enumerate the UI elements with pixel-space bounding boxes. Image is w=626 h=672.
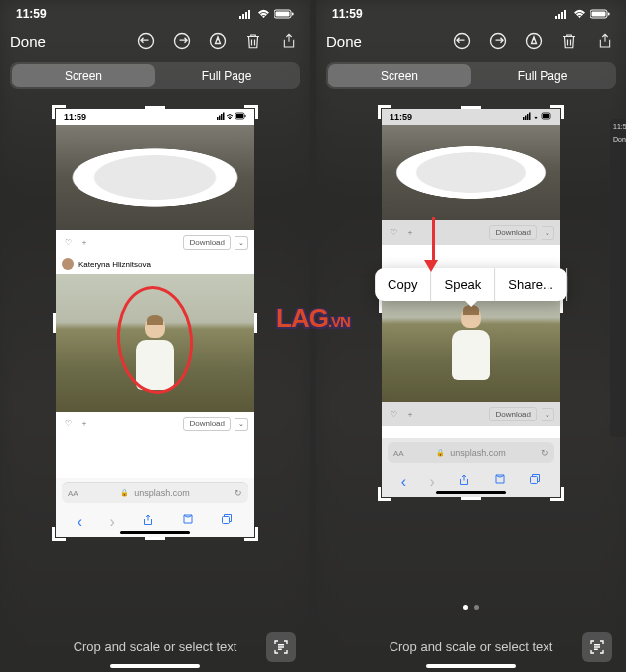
url-bar[interactable]: AA 🔒 unsplash.com ↻ xyxy=(62,482,248,503)
crop-handle-right[interactable] xyxy=(254,313,257,333)
context-share[interactable]: Share... xyxy=(495,268,567,301)
editor-toolbar: Done xyxy=(0,24,310,58)
aa-button[interactable]: AA xyxy=(68,489,78,498)
peek-time: 11:59 xyxy=(610,119,626,134)
done-button[interactable]: Done xyxy=(326,33,362,50)
red-circle-markup xyxy=(112,283,197,397)
heart-icon[interactable]: ♡ xyxy=(388,227,399,239)
tab-full-page[interactable]: Full Page xyxy=(471,64,614,87)
back-icon[interactable]: ‹ xyxy=(401,473,406,491)
watermark-brand: LAG xyxy=(276,303,328,333)
svg-rect-6 xyxy=(292,13,294,16)
download-button[interactable]: Download xyxy=(183,417,231,431)
crop-handle-bottom[interactable] xyxy=(461,497,481,500)
watermark-suffix: .VN xyxy=(328,313,350,330)
svg-rect-0 xyxy=(239,16,241,19)
tabs-icon[interactable] xyxy=(221,513,233,531)
heart-icon[interactable]: ♡ xyxy=(388,409,399,420)
reload-icon[interactable]: ↻ xyxy=(541,448,548,458)
home-indicator xyxy=(110,664,200,668)
plus-icon[interactable]: ＋ xyxy=(78,237,90,249)
svg-rect-30 xyxy=(527,114,529,120)
status-time: 11:59 xyxy=(16,7,47,21)
boy-figure xyxy=(448,306,494,384)
forward-icon[interactable]: › xyxy=(110,513,115,531)
segmented-control: Screen Full Page xyxy=(10,62,300,89)
done-button[interactable]: Done xyxy=(10,33,46,50)
trash-icon[interactable] xyxy=(558,30,580,52)
text-scan-button[interactable] xyxy=(266,632,296,662)
text-scan-button[interactable] xyxy=(582,632,612,662)
chevron-down-icon[interactable]: ⌄ xyxy=(235,418,248,431)
tabs-icon[interactable] xyxy=(529,473,541,491)
svg-point-25 xyxy=(455,34,470,49)
editor-toolbar: Done xyxy=(316,24,626,58)
plus-icon[interactable]: ＋ xyxy=(404,227,416,239)
share-icon[interactable] xyxy=(458,473,470,491)
svg-rect-19 xyxy=(558,14,560,19)
dot-inactive xyxy=(474,605,479,610)
hint-text: Crop and scale or select text xyxy=(390,639,553,654)
trash-icon[interactable] xyxy=(242,30,264,52)
plus-icon[interactable]: ＋ xyxy=(78,419,90,430)
thumbnail-peek[interactable]: 11:59 Done xyxy=(610,119,626,437)
bottom-hint-bar: Crop and scale or select text xyxy=(0,639,310,654)
food-photo xyxy=(382,125,560,220)
svg-rect-2 xyxy=(245,12,247,19)
heart-icon[interactable]: ♡ xyxy=(62,237,74,249)
crop-handle-bottom[interactable] xyxy=(145,537,165,540)
bookmarks-icon[interactable] xyxy=(494,473,506,491)
author-name[interactable]: Kateryna Hliznitsova xyxy=(78,260,151,269)
chevron-down-icon[interactable]: ⌄ xyxy=(235,236,248,250)
tab-full-page[interactable]: Full Page xyxy=(155,64,298,87)
safari-toolbar: AA 🔒 unsplash.com ↻ ‹ › xyxy=(56,478,254,537)
boy-photo xyxy=(56,274,254,412)
download-button[interactable]: Download xyxy=(489,225,537,240)
markup-icon[interactable] xyxy=(207,30,229,52)
context-menu: Copy Speak Share... xyxy=(375,268,567,301)
share-icon[interactable] xyxy=(142,513,154,531)
tab-screen[interactable]: Screen xyxy=(328,64,471,87)
battery-icon xyxy=(590,9,610,19)
watermark: LAG.VN xyxy=(276,303,350,334)
plus-icon[interactable]: ＋ xyxy=(404,409,416,420)
tab-screen[interactable]: Screen xyxy=(12,64,155,87)
back-icon[interactable]: ‹ xyxy=(78,513,82,531)
forward-icon[interactable]: › xyxy=(430,473,435,491)
photo1-actions: ♡ ＋ Download ⌄ xyxy=(56,230,254,254)
status-indicators xyxy=(555,9,610,19)
screenshot-frame-area: 11:59 ♡ ＋ Download ⌄ Kateryna Hliznitsov… xyxy=(0,109,310,537)
markup-icon[interactable] xyxy=(523,30,545,52)
avatar xyxy=(62,258,74,270)
svg-rect-33 xyxy=(543,114,549,118)
context-speak[interactable]: Speak xyxy=(431,268,495,301)
crop-frame[interactable]: Copy Speak Share... 11:59 ♡ ＋ Download ⌄ xyxy=(382,109,560,497)
wifi-icon xyxy=(573,9,586,19)
bookmarks-icon[interactable] xyxy=(182,513,194,531)
svg-rect-10 xyxy=(217,117,219,120)
url-bar[interactable]: AA 🔒 unsplash.com ↻ xyxy=(388,442,554,463)
download-button[interactable]: Download xyxy=(489,407,537,421)
svg-rect-3 xyxy=(248,10,250,19)
chevron-down-icon[interactable]: ⌄ xyxy=(542,226,554,240)
lock-icon: 🔒 xyxy=(436,449,445,457)
chevron-down-icon[interactable]: ⌄ xyxy=(542,408,554,421)
svg-rect-28 xyxy=(523,117,525,120)
redo-icon[interactable] xyxy=(171,30,193,52)
heart-icon[interactable]: ♡ xyxy=(62,419,74,430)
undo-icon[interactable] xyxy=(135,30,157,52)
redo-icon[interactable] xyxy=(487,30,509,52)
reload-icon[interactable]: ↻ xyxy=(235,488,242,498)
aa-button[interactable]: AA xyxy=(393,449,404,458)
wifi-icon xyxy=(257,9,270,19)
crop-frame[interactable]: 11:59 ♡ ＋ Download ⌄ Kateryna Hliznitsov… xyxy=(56,109,254,537)
url-text: unsplash.com xyxy=(134,488,190,498)
svg-rect-1 xyxy=(242,14,244,19)
context-copy[interactable]: Copy xyxy=(375,268,431,301)
status-bar: 11:59 xyxy=(0,0,310,24)
undo-icon[interactable] xyxy=(451,30,473,52)
download-button[interactable]: Download xyxy=(183,235,231,250)
share-icon[interactable] xyxy=(278,30,300,52)
screenshot-content: 11:59 ♡ ＋ Download ⌄ Kateryna Hliznitsov… xyxy=(56,109,254,537)
share-icon[interactable] xyxy=(594,30,616,52)
